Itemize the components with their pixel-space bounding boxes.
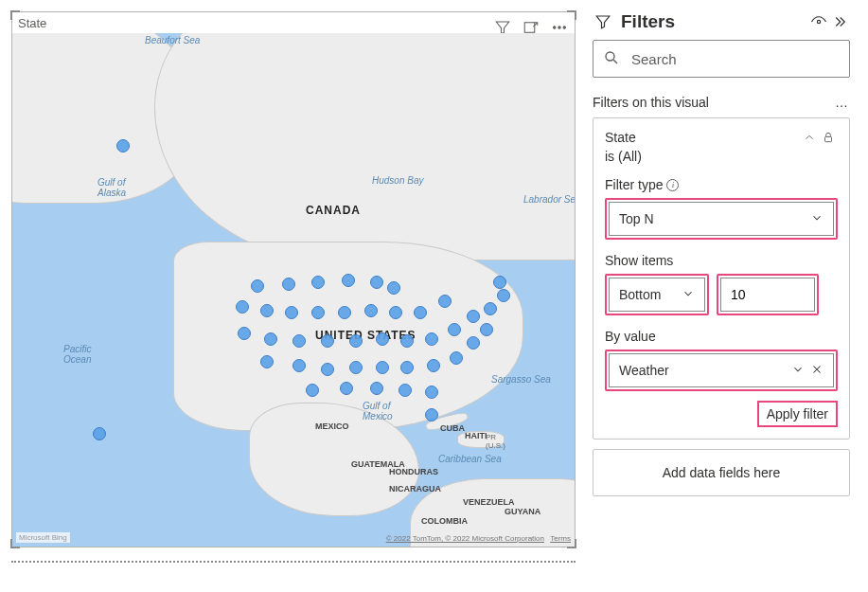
by-value-select[interactable]: Weather [609,353,834,387]
sea-label: Sargasso Sea [491,374,551,385]
attribution-terms-link[interactable]: Terms [550,534,571,543]
region-label: COLOMBIA [421,516,468,526]
apply-filter-button[interactable]: Apply filter [757,401,838,427]
sea-label: Beaufort Sea [145,35,200,45]
map-marker[interactable] [493,276,506,289]
map-marker[interactable] [376,361,389,374]
region-label: VENEZUELA [463,497,515,507]
map-marker[interactable] [264,332,277,346]
filter-type-select[interactable]: Top N [609,202,834,236]
attribution-microsoft: Microsoft Bing [16,532,70,543]
sea-label: Labrador Sea [523,194,575,205]
filters-header-text: Filters [621,11,675,32]
show-items-count-input[interactable] [720,278,815,312]
filter-field-name: State [605,130,800,145]
map-visual[interactable]: State Microsoft Bing © 2022 TomTom, © 20… [11,11,576,547]
map-marker[interactable] [321,363,334,376]
map-marker[interactable] [427,359,440,372]
map-marker[interactable] [116,139,130,152]
map-marker[interactable] [484,302,497,315]
map-marker[interactable] [342,274,355,287]
visibility-icon[interactable] [808,11,829,32]
svg-rect-0 [524,23,535,33]
region-label: HAITI [465,431,487,440]
map-marker[interactable] [340,382,353,395]
region-label: NICARAGUA [389,484,441,493]
map-marker[interactable] [387,281,400,295]
map-marker[interactable] [292,334,306,348]
map-marker[interactable] [321,334,334,348]
sea-label: Pacific Ocean [63,344,91,365]
map-marker[interactable] [260,355,274,368]
region-label: HONDURAS [389,467,438,476]
chevron-down-icon [810,211,824,227]
map-marker[interactable] [260,304,274,317]
show-items-mode-select[interactable]: Bottom [609,278,705,312]
map-marker[interactable] [497,289,510,302]
map-marker[interactable] [376,332,389,346]
attribution-text: © 2022 TomTom, © 2022 Microsoft Corporat… [386,534,544,543]
map-marker[interactable] [238,327,251,340]
filter-condition: is (All) [605,149,838,164]
lock-icon[interactable] [819,128,838,147]
region-label: CUBA [440,423,465,433]
svg-point-5 [606,52,614,61]
map-marker[interactable] [480,323,493,336]
map-marker[interactable] [364,304,378,317]
map-marker[interactable] [467,310,480,323]
search-icon [603,49,620,69]
section-title: Filters on this visual [593,95,835,110]
add-fields-dropzone[interactable]: Add data fields here [593,449,850,496]
map-marker[interactable] [389,306,402,319]
map-marker[interactable] [400,334,414,348]
sea-label: Caribbean Sea [438,454,502,464]
svg-point-3 [563,27,565,28]
sea-label: Gulf of Alaska [97,177,126,198]
map-marker[interactable] [448,323,461,336]
svg-point-4 [817,20,820,23]
search-input[interactable] [629,50,840,68]
map-marker[interactable] [349,361,363,374]
show-items-label: Show items [605,253,673,268]
map-marker[interactable] [292,359,306,372]
map-marker[interactable] [425,332,438,346]
info-icon[interactable]: i [666,179,679,191]
map-marker[interactable] [467,336,480,350]
map-marker[interactable] [311,306,325,319]
map-marker[interactable] [438,295,452,308]
map-marker[interactable] [425,408,438,422]
map-marker[interactable] [306,384,319,397]
map-canvas[interactable]: Microsoft Bing © 2022 TomTom, © 2022 Mic… [12,33,575,547]
filter-type-label: Filter type [605,177,663,192]
by-value-value: Weather [619,363,791,378]
section-more-icon[interactable]: … [835,95,850,110]
map-marker[interactable] [425,386,438,399]
collapse-pane-icon[interactable] [829,11,850,32]
map-marker[interactable] [414,306,427,319]
map-marker[interactable] [251,279,264,293]
map-marker[interactable] [450,351,463,365]
filter-icon [593,11,613,32]
region-label-small: PR (U.S.) [486,433,505,450]
search-box[interactable] [593,40,850,78]
svg-point-2 [558,27,560,28]
region-label: GUYANA [505,507,540,516]
map-marker[interactable] [236,300,249,314]
map-marker[interactable] [285,306,298,319]
chevron-down-icon [682,287,695,303]
map-marker[interactable] [349,334,363,348]
map-marker[interactable] [338,306,351,319]
by-value-label: By value [605,329,656,344]
filters-pane: Filters Filters on this visual … State i… [593,11,850,581]
map-marker[interactable] [370,382,383,395]
map-marker[interactable] [93,427,106,440]
svg-point-1 [554,27,556,28]
map-marker[interactable] [370,276,383,289]
map-marker[interactable] [311,276,325,289]
map-marker[interactable] [399,384,412,397]
map-marker[interactable] [400,361,414,374]
map-marker[interactable] [282,278,295,291]
chevron-up-icon[interactable] [800,128,819,147]
filter-type-value: Top N [619,211,810,226]
clear-icon[interactable] [810,363,824,379]
